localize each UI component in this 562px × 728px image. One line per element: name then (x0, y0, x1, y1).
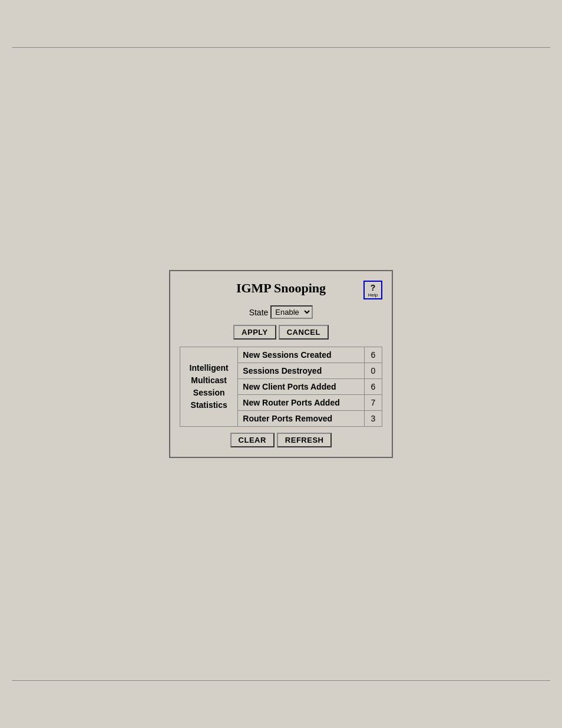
page-content: IGMP Snooping ? Help State Enable Disabl… (0, 53, 562, 675)
state-label: State (249, 308, 269, 317)
help-label: Help (368, 292, 378, 298)
stat-value-new-client-ports-added: 6 (365, 379, 382, 395)
stat-name-sessions-destroyed: Sessions Destroyed (238, 363, 365, 379)
state-select[interactable]: Enable Disable (270, 305, 313, 319)
stats-section-label: Intelligent Multicast Session Statistics (180, 347, 238, 427)
stat-value-new-sessions-created: 6 (365, 347, 382, 363)
stats-label-line3: Session (193, 388, 225, 397)
igmp-snooping-dialog: IGMP Snooping ? Help State Enable Disabl… (169, 270, 393, 458)
stats-label-line4: Statistics (191, 400, 227, 410)
stat-value-sessions-destroyed: 0 (365, 363, 382, 379)
stat-name-router-ports-removed: Router Ports Removed (238, 411, 365, 427)
stat-name-new-router-ports-added: New Router Ports Added (238, 395, 365, 411)
clear-refresh-row: CLEAR REFRESH (180, 433, 382, 447)
stats-label-line1: Intelligent (190, 363, 229, 373)
table-row: Intelligent Multicast Session Statistics… (180, 347, 382, 363)
stat-name-new-sessions-created: New Sessions Created (238, 347, 365, 363)
state-row: State Enable Disable (180, 305, 382, 319)
apply-cancel-row: APPLY CANCEL (180, 325, 382, 340)
dialog-header: IGMP Snooping ? Help (180, 281, 382, 296)
refresh-button[interactable]: REFRESH (277, 433, 332, 447)
stat-value-router-ports-removed: 3 (365, 411, 382, 427)
statistics-table: Intelligent Multicast Session Statistics… (180, 347, 382, 427)
dialog-title: IGMP Snooping (236, 281, 326, 296)
bottom-divider (12, 680, 550, 681)
stat-name-new-client-ports-added: New Client Ports Added (238, 379, 365, 395)
apply-button[interactable]: APPLY (233, 325, 276, 340)
cancel-button[interactable]: CANCEL (279, 325, 329, 340)
clear-button[interactable]: CLEAR (230, 433, 275, 447)
stat-value-new-router-ports-added: 7 (365, 395, 382, 411)
top-divider (12, 47, 550, 48)
stats-label-line2: Multicast (191, 375, 227, 385)
help-question-mark: ? (371, 283, 376, 292)
help-button[interactable]: ? Help (363, 281, 382, 299)
